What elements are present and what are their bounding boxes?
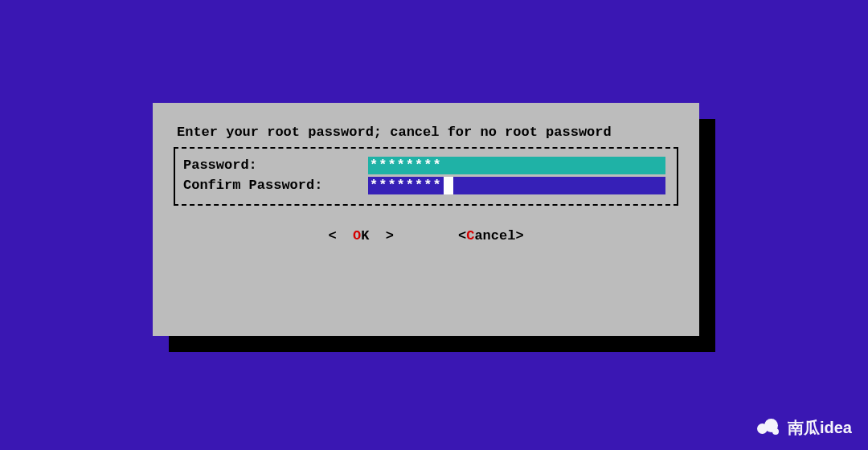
- watermark: 南瓜idea: [757, 417, 852, 439]
- cancel-button[interactable]: <Cancel>: [458, 228, 524, 243]
- dialog-prompt: Enter your root password; cancel for no …: [177, 124, 675, 142]
- ok-rest: K: [361, 228, 369, 243]
- confirm-password-input[interactable]: ********: [368, 177, 665, 194]
- password-input[interactable]: ********: [368, 157, 665, 174]
- dialog-buttons: < OK > <Cancel>: [169, 228, 683, 243]
- text-cursor: [444, 177, 453, 194]
- cancel-hotkey: C: [466, 228, 474, 243]
- confirm-password-empty: [453, 177, 665, 194]
- confirm-password-label: Confirm Password:: [183, 178, 368, 193]
- password-label: Password:: [183, 158, 368, 173]
- password-row: Password: ********: [183, 156, 669, 175]
- ok-hotkey: O: [353, 228, 361, 243]
- password-dialog: Enter your root password; cancel for no …: [153, 103, 699, 336]
- input-frame: Password: ******** Confirm Password: ***…: [174, 147, 678, 206]
- cancel-rest: ancel: [474, 228, 515, 243]
- confirm-password-value: ********: [368, 177, 444, 194]
- ok-button[interactable]: < OK >: [328, 228, 394, 243]
- wechat-icon: [757, 419, 780, 438]
- confirm-password-row: Confirm Password: ********: [183, 176, 669, 195]
- watermark-text: 南瓜idea: [788, 417, 852, 439]
